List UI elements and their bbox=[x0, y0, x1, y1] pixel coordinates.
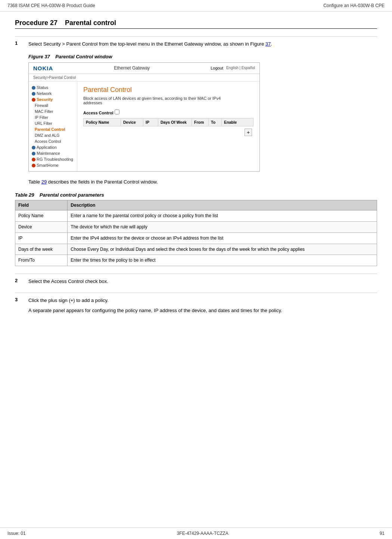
maintenance-bullet-icon bbox=[32, 152, 35, 155]
step-3-number: 3 bbox=[15, 297, 22, 314]
field-cell: Device bbox=[15, 221, 68, 232]
sidebar-item-rg-troubleshooting[interactable]: RG Troubleshooting bbox=[29, 156, 77, 162]
sidebar-item-application[interactable]: Application bbox=[29, 144, 77, 150]
table-29-link[interactable]: 29 bbox=[41, 179, 47, 185]
gateway-breadcrumb: Security>Parental Control bbox=[29, 74, 259, 81]
step-1-text: Select Security > Parent Control from th… bbox=[28, 40, 377, 48]
step-2-block: 2 Select the Access Control check box. bbox=[15, 274, 377, 285]
field-cell: From/To bbox=[15, 255, 68, 266]
parental-control-desc: Block access of LAN devices at given tim… bbox=[83, 96, 253, 105]
table-row: From/ToEnter the times for the policy to… bbox=[15, 255, 377, 266]
gateway-right-bar: Logout English | Español bbox=[211, 66, 255, 70]
gateway-topbar: NOKIA Ethernet Gateway Logout English | … bbox=[29, 63, 259, 74]
network-bullet-icon bbox=[32, 92, 35, 96]
field-cell: Policy Name bbox=[15, 210, 68, 222]
step-3-block: 3 Click the plus sign (+) to add a polic… bbox=[15, 293, 377, 314]
page-content: Procedure 27 Parental control 1 Select S… bbox=[0, 12, 392, 344]
col-device: Device bbox=[121, 118, 143, 126]
table-ref-text: Table 29 describes the fields in the Par… bbox=[28, 179, 377, 185]
language-selector[interactable]: English | Español bbox=[226, 66, 255, 70]
sidebar-item-dmz-alg[interactable]: DMZ and ALG bbox=[29, 132, 77, 138]
description-cell: Enter a name for the parental control po… bbox=[68, 210, 377, 222]
figure-37-label: Figure 37 Parental Control window bbox=[28, 54, 377, 59]
table-row: IPEnter the IPv4 address for the device … bbox=[15, 232, 377, 244]
access-control-label: Access Control bbox=[83, 110, 253, 115]
step-2-text: Select the Access Control check box. bbox=[28, 278, 377, 285]
step-3-text: Click the plus sign (+) to add a policy.… bbox=[28, 297, 377, 314]
sidebar-item-firewall[interactable]: Firewall bbox=[29, 102, 77, 108]
header-left: 7368 ISAM CPE HA-030W-B Product Guide bbox=[7, 3, 95, 8]
header-right: Configure an HA-030W-B CPE bbox=[323, 3, 385, 8]
gateway-sidebar: Status Network Security Firewall MAC Fil… bbox=[29, 81, 77, 172]
table-row: DeviceThe device for which the rule will… bbox=[15, 221, 377, 232]
sidebar-item-maintenance[interactable]: Maintenance bbox=[29, 150, 77, 156]
table-29: Field Description Policy NameEnter a nam… bbox=[15, 200, 377, 266]
col-ip: IP bbox=[143, 118, 158, 126]
description-cell: Enter the IPv4 address for the device or… bbox=[68, 232, 377, 244]
sidebar-item-security[interactable]: Security bbox=[29, 96, 77, 102]
footer-page-number: 91 bbox=[380, 531, 385, 536]
security-bullet-icon bbox=[32, 98, 35, 102]
gateway-main-panel: Parental Control Block access of LAN dev… bbox=[77, 81, 259, 172]
figure-37-block: Figure 37 Parental Control window NOKIA … bbox=[28, 54, 377, 172]
table-col-field: Field bbox=[15, 200, 68, 210]
policy-table-header: Policy Name Device IP Days Of Week From … bbox=[83, 118, 253, 126]
status-bullet-icon bbox=[32, 86, 35, 90]
field-cell: IP bbox=[15, 232, 68, 244]
col-days-of-week: Days Of Week bbox=[158, 118, 192, 126]
table-row: Policy NameEnter a name for the parental… bbox=[15, 210, 377, 222]
sidebar-item-smarthome[interactable]: SmartHome bbox=[29, 162, 77, 168]
sidebar-item-access-control[interactable]: Access Control bbox=[29, 138, 77, 144]
footer-doc-number: 3FE-47429-AAAA-TCZZA bbox=[177, 531, 228, 536]
field-cell: Days of the week bbox=[15, 244, 68, 255]
smarthome-bullet-icon bbox=[32, 164, 35, 167]
sidebar-item-network[interactable]: Network bbox=[29, 90, 77, 96]
page-footer: Issue: 01 3FE-47429-AAAA-TCZZA 91 bbox=[0, 527, 392, 539]
nokia-logo: NOKIA bbox=[33, 65, 53, 71]
access-control-checkbox[interactable] bbox=[115, 110, 119, 114]
step-1-number: 1 bbox=[15, 40, 22, 48]
parental-control-heading: Parental Control bbox=[83, 86, 253, 94]
procedure-number: Procedure 27 bbox=[15, 19, 57, 27]
sidebar-item-parental-control[interactable]: Parental Control bbox=[29, 126, 77, 132]
col-enable: Enable bbox=[222, 118, 253, 126]
page-header: 7368 ISAM CPE HA-030W-B Product Guide Co… bbox=[0, 0, 392, 12]
table-29-label: Table 29 Parental control parameters bbox=[15, 192, 377, 198]
description-cell: The device for which the rule will apply bbox=[68, 221, 377, 232]
procedure-title: Parental control bbox=[65, 19, 116, 27]
gateway-window: NOKIA Ethernet Gateway Logout English | … bbox=[28, 62, 260, 172]
application-bullet-icon bbox=[32, 146, 35, 150]
table-row: Days of the weekChoose Every Day, or Ind… bbox=[15, 244, 377, 255]
procedure-heading: Procedure 27 Parental control bbox=[15, 19, 377, 29]
col-policy-name: Policy Name bbox=[84, 118, 121, 126]
figure-37-link[interactable]: 37 bbox=[265, 41, 271, 47]
description-cell: Choose Every Day, or Individual Days and… bbox=[68, 244, 377, 255]
col-to: To bbox=[209, 118, 222, 126]
rg-bullet-icon bbox=[32, 158, 35, 161]
table-col-description: Description bbox=[68, 200, 377, 210]
sidebar-item-status[interactable]: Status bbox=[29, 84, 77, 90]
logout-link[interactable]: Logout bbox=[211, 66, 223, 70]
sidebar-item-url-filter[interactable]: URL Filter bbox=[29, 120, 77, 126]
step-1-block: 1 Select Security > Parent Control from … bbox=[15, 36, 377, 172]
step-2-number: 2 bbox=[15, 278, 22, 285]
add-policy-button[interactable]: + bbox=[245, 129, 252, 136]
gateway-center-title: Ethernet Gateway bbox=[114, 65, 150, 71]
add-policy-row: + bbox=[83, 126, 253, 138]
col-from: From bbox=[192, 118, 209, 126]
footer-issue: Issue: 01 bbox=[7, 531, 26, 536]
sidebar-item-mac-filter[interactable]: MAC Filter bbox=[29, 108, 77, 114]
description-cell: Enter the times for the policy to be in … bbox=[68, 255, 377, 266]
gateway-body: Status Network Security Firewall MAC Fil… bbox=[29, 81, 259, 172]
sidebar-item-ip-filter[interactable]: IP Filter bbox=[29, 114, 77, 120]
table-29-block: Table 29 Parental control parameters Fie… bbox=[15, 192, 377, 266]
